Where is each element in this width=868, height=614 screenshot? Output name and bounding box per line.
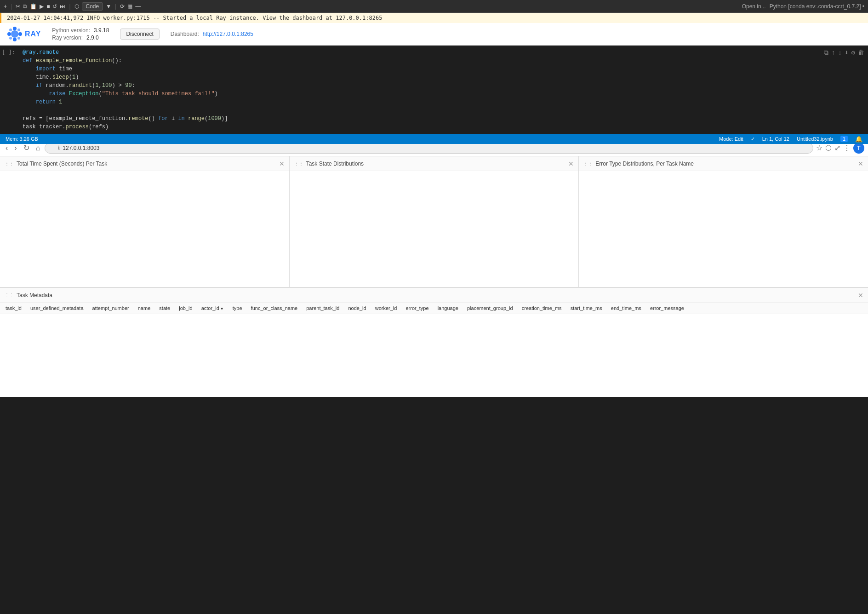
grid-icon[interactable]: ▦ xyxy=(127,3,132,10)
code-line-10: task_tracker.process(refs) xyxy=(23,123,864,131)
dashboard-link-area: Dashboard: http://127.0.0.1:8265 xyxy=(171,31,253,37)
col-state[interactable]: state xyxy=(159,305,170,311)
metadata-title: Task Metadata xyxy=(17,292,858,298)
panel-total-time-header: ⋮⋮ Total Time Spent (Seconds) Per Task ✕ xyxy=(0,156,289,171)
refresh2-icon[interactable]: ⟳ xyxy=(120,3,125,10)
reload-button[interactable]: ↻ xyxy=(22,143,31,153)
col-actor-id[interactable]: actor_id xyxy=(201,305,224,311)
col-task-id[interactable]: task_id xyxy=(6,305,22,311)
drag-handle-icon-3: ⋮⋮ xyxy=(583,161,593,166)
user-avatar[interactable]: T xyxy=(853,143,864,154)
browser-menu-icon[interactable]: ⋮ xyxy=(843,143,851,152)
url-text: 127.0.0.1:8003 xyxy=(63,145,99,151)
code-line-5: if random.randint(1,100) > 90: xyxy=(23,81,864,90)
ray-logo-icon xyxy=(7,27,22,41)
col-creation-time-ms[interactable]: creation_time_ms xyxy=(522,305,562,311)
col-attempt-number[interactable]: attempt_number xyxy=(92,305,129,311)
back-button[interactable]: ‹ xyxy=(4,143,10,153)
ray-version-label: Ray version: xyxy=(52,34,83,41)
disconnect-button[interactable]: Disconnect xyxy=(120,29,159,40)
col-name[interactable]: name xyxy=(138,305,151,311)
run-icon[interactable]: ▶ xyxy=(40,3,44,10)
col-language[interactable]: language xyxy=(438,305,458,311)
copy-icon[interactable]: ⧉ xyxy=(23,3,27,10)
mem-usage: Mem: 3.26 GB xyxy=(6,136,38,142)
browser-area: ◉ Perspective Ray Dashboard ✕ + ▾ ‹ › ↻ … xyxy=(0,124,868,397)
metadata-header: ⋮⋮ Task Metadata ✕ xyxy=(0,288,868,303)
cell-output-info: 2024-01-27 14:04:41,972 INFO worker.py:1… xyxy=(0,13,868,23)
code-editor[interactable]: ⧉ ↑ ↓ ⬇ ⚙ 🗑 @ray.remote def example_remo… xyxy=(19,46,868,134)
settings-icon[interactable]: ⚙ xyxy=(851,48,855,58)
panel-task-state-body xyxy=(290,171,579,287)
metadata-close-button[interactable]: ✕ xyxy=(858,292,863,299)
col-end-time-ms[interactable]: end_time_ms xyxy=(611,305,641,311)
code-line-6: raise Exception("This task should someti… xyxy=(23,90,864,98)
lock-icon: ℹ xyxy=(58,145,60,151)
panel-error-type: ⋮⋮ Error Type Distributions, Per Task Na… xyxy=(579,156,868,287)
ray-logo-text: RAY xyxy=(25,30,41,38)
notebook-area: + | ✂ ⧉ 📋 ▶ ■ ↺ ⏭ | ⬡ Code ▼ | ⟳ ▦ — Ope… xyxy=(0,0,868,124)
col-error-type[interactable]: error_type xyxy=(405,305,428,311)
col-func-or-class-name[interactable]: func_or_class_name xyxy=(251,305,298,311)
ln-col: Ln 1, Col 12 xyxy=(762,136,789,142)
cell-count-badge: 1 xyxy=(840,136,848,142)
col-parent-task-id[interactable]: parent_task_id xyxy=(306,305,339,311)
extension-icon[interactable]: ⬡ xyxy=(825,143,832,152)
status-bar: Mem: 3.26 GB Mode: Edit ✓ Ln 1, Col 12 U… xyxy=(0,134,868,144)
panel-total-time: ⋮⋮ Total Time Spent (Seconds) Per Task ✕ xyxy=(0,156,290,287)
svg-point-7 xyxy=(9,37,12,40)
dashboard-url-link[interactable]: http://127.0.0.1:8265 xyxy=(203,31,253,37)
delete-cell-icon[interactable]: 🗑 xyxy=(858,48,864,58)
panel-error-type-header: ⋮⋮ Error Type Distributions, Per Task Na… xyxy=(579,156,868,171)
code-line-9: refs = [example_remote_function.remote()… xyxy=(23,115,864,123)
col-error-message[interactable]: error_message xyxy=(650,305,684,311)
url-bar[interactable]: ℹ 127.0.0.1:8003 xyxy=(45,143,813,154)
skip-icon[interactable]: ⏭ xyxy=(60,3,65,10)
col-placement-group-id[interactable]: placement_group_id xyxy=(467,305,513,311)
move-down-icon[interactable]: ↓ xyxy=(838,48,842,58)
home-button[interactable]: ⌂ xyxy=(34,143,42,153)
ray-widget: RAY Python version: 3.9.18 Ray version: … xyxy=(0,23,868,46)
col-start-time-ms[interactable]: start_time_ms xyxy=(571,305,602,311)
cell-number: [ ]: xyxy=(0,46,19,134)
status-bar-right: Mode: Edit ✓ Ln 1, Col 12 Untitled32.ipy… xyxy=(719,136,862,143)
panel-error-type-close[interactable]: ✕ xyxy=(858,160,863,167)
refresh-icon[interactable]: ↺ xyxy=(52,3,57,10)
toolbar-icons: + | ✂ ⧉ 📋 ▶ ■ ↺ ⏭ | ⬡ Code ▼ | ⟳ ▦ — xyxy=(4,2,141,11)
open-in-label[interactable]: Open in... xyxy=(742,3,766,10)
cell-type-dropdown[interactable]: ▼ xyxy=(106,3,111,10)
svg-point-3 xyxy=(7,32,11,36)
toolbar-right: Open in... Python [conda env:.conda-ccrt… xyxy=(742,3,864,10)
col-worker-id[interactable]: worker_id xyxy=(375,305,397,311)
cell-output-text: 2024-01-27 14:04:41,972 INFO worker.py:1… xyxy=(7,15,382,21)
cell-type-select[interactable]: Code xyxy=(82,2,103,11)
bookmark-icon[interactable]: ☆ xyxy=(816,143,822,152)
copy-cell-icon[interactable]: ⧉ xyxy=(824,48,828,58)
col-user-defined-metadata[interactable]: user_defined_metadata xyxy=(30,305,84,311)
bell-icon[interactable]: 🔔 xyxy=(855,136,862,143)
code-line-2: def example_remote_function(): xyxy=(23,57,864,65)
forward-button[interactable]: › xyxy=(12,143,18,153)
code-line-3: import time xyxy=(23,65,864,73)
col-job-id[interactable]: job_id xyxy=(179,305,192,311)
drag-handle-icon-4: ⋮⋮ xyxy=(5,293,14,298)
code-toolbar: ⧉ ↑ ↓ ⬇ ⚙ 🗑 xyxy=(824,48,864,58)
panel-total-time-body xyxy=(0,171,289,287)
stop-icon[interactable]: ■ xyxy=(46,3,50,10)
svg-point-0 xyxy=(11,30,18,38)
paste-icon[interactable]: 📋 xyxy=(30,3,37,10)
col-type[interactable]: type xyxy=(233,305,242,311)
col-node-id[interactable]: node_id xyxy=(348,305,366,311)
download-icon[interactable]: ⬇ xyxy=(845,48,848,58)
drag-handle-icon: ⋮⋮ xyxy=(5,161,14,166)
panel-total-time-close[interactable]: ✕ xyxy=(279,160,285,167)
panel-task-state-close[interactable]: ✕ xyxy=(568,160,574,167)
panel-task-state-header: ⋮⋮ Task State Distributions ✕ xyxy=(290,156,579,171)
svg-point-6 xyxy=(17,29,20,31)
cut-icon[interactable]: ✂ xyxy=(16,3,20,10)
python-version-label: Python version: xyxy=(52,27,90,34)
add-cell-icon[interactable]: + xyxy=(4,3,7,10)
move-up-icon[interactable]: ↑ xyxy=(831,48,835,58)
minus-icon[interactable]: — xyxy=(135,3,141,10)
fullscreen-icon[interactable]: ⤢ xyxy=(834,143,840,152)
